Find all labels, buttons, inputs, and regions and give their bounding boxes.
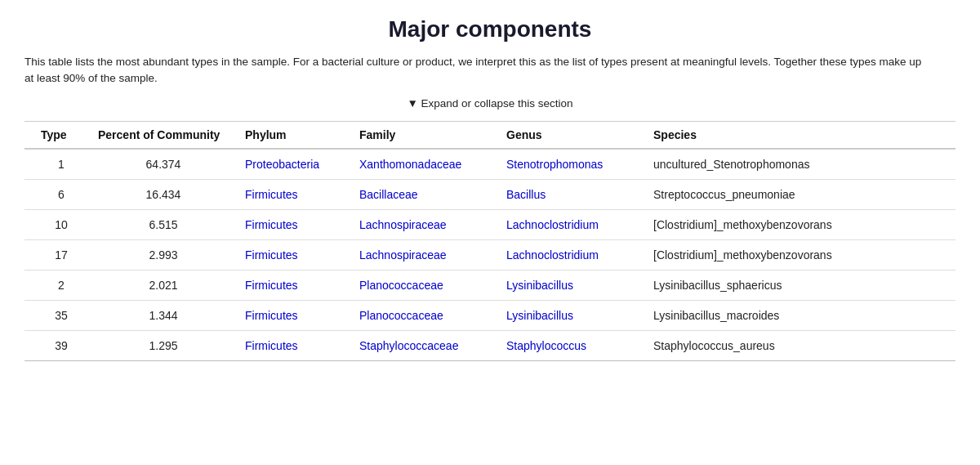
cell-type: 35: [24, 300, 90, 330]
table-row: 106.515FirmicutesLachnospiraceaeLachnocl…: [24, 209, 956, 239]
cell-family[interactable]: Staphylococcaceae: [351, 330, 498, 360]
cell-species: Staphylococcus_aureus: [645, 330, 956, 360]
family-link[interactable]: Bacillaceae: [359, 188, 418, 201]
cell-phylum[interactable]: Firmicutes: [237, 270, 351, 300]
table-body: 164.374ProteobacteriaXanthomonadaceaeSte…: [24, 149, 956, 361]
cell-family[interactable]: Lachnospiraceae: [351, 209, 498, 239]
phylum-link[interactable]: Firmicutes: [245, 218, 298, 231]
phylum-link[interactable]: Firmicutes: [245, 248, 298, 262]
col-percent: Percent of Community: [90, 121, 237, 149]
major-components-table: Type Percent of Community Phylum Family …: [24, 121, 956, 361]
col-family: Family: [351, 121, 498, 149]
phylum-link[interactable]: Firmicutes: [245, 339, 298, 352]
family-link[interactable]: Planococcaceae: [359, 279, 443, 292]
genus-link[interactable]: Bacillus: [506, 188, 546, 201]
cell-genus[interactable]: Staphylococcus: [498, 330, 645, 360]
table-header: Type Percent of Community Phylum Family …: [24, 121, 956, 149]
cell-percent: 1.344: [90, 300, 237, 330]
cell-species: uncultured_Stenotrophomonas: [645, 149, 956, 180]
col-genus: Genus: [498, 121, 645, 149]
cell-type: 17: [24, 239, 90, 270]
cell-family[interactable]: Lachnospiraceae: [351, 239, 498, 270]
table-row: 164.374ProteobacteriaXanthomonadaceaeSte…: [24, 149, 956, 180]
cell-family[interactable]: Planococcaceae: [351, 300, 498, 330]
col-species: Species: [645, 121, 956, 149]
phylum-link[interactable]: Firmicutes: [245, 188, 298, 201]
table-row: 391.295FirmicutesStaphylococcaceaeStaphy…: [24, 330, 956, 360]
cell-phylum[interactable]: Proteobacteria: [237, 149, 351, 180]
phylum-link[interactable]: Firmicutes: [245, 279, 298, 292]
cell-type: 10: [24, 209, 90, 239]
cell-type: 2: [24, 270, 90, 300]
cell-type: 6: [24, 179, 90, 209]
genus-link[interactable]: Staphylococcus: [506, 339, 586, 352]
expand-collapse-toggle[interactable]: ▼ Expand or collapse this section: [24, 97, 956, 110]
cell-type: 1: [24, 149, 90, 180]
cell-family[interactable]: Bacillaceae: [351, 179, 498, 209]
cell-phylum[interactable]: Firmicutes: [237, 239, 351, 270]
page-title: Major components: [24, 16, 956, 42]
table-row: 351.344FirmicutesPlanococcaceaeLysinibac…: [24, 300, 956, 330]
genus-link[interactable]: Lysinibacillus: [506, 309, 573, 322]
cell-genus[interactable]: Lysinibacillus: [498, 270, 645, 300]
genus-link[interactable]: Lachnoclostridium: [506, 248, 599, 262]
cell-family[interactable]: Planococcaceae: [351, 270, 498, 300]
cell-genus[interactable]: Lachnoclostridium: [498, 209, 645, 239]
cell-genus[interactable]: Lachnoclostridium: [498, 239, 645, 270]
family-link[interactable]: Lachnospiraceae: [359, 218, 447, 231]
cell-genus[interactable]: Lysinibacillus: [498, 300, 645, 330]
family-link[interactable]: Lachnospiraceae: [359, 248, 447, 262]
cell-type: 39: [24, 330, 90, 360]
page-description: This table lists the most abundant types…: [24, 54, 923, 87]
cell-species: [Clostridium]_methoxybenzovorans: [645, 209, 956, 239]
family-link[interactable]: Planococcaceae: [359, 309, 443, 322]
cell-phylum[interactable]: Firmicutes: [237, 300, 351, 330]
cell-percent: 2.993: [90, 239, 237, 270]
cell-phylum[interactable]: Firmicutes: [237, 330, 351, 360]
col-type: Type: [24, 121, 90, 149]
genus-link[interactable]: Stenotrophomonas: [506, 158, 603, 171]
family-link[interactable]: Staphylococcaceae: [359, 339, 458, 352]
cell-percent: 16.434: [90, 179, 237, 209]
phylum-link[interactable]: Firmicutes: [245, 309, 298, 322]
col-phylum: Phylum: [237, 121, 351, 149]
family-link[interactable]: Xanthomonadaceae: [359, 158, 461, 171]
cell-genus[interactable]: Stenotrophomonas: [498, 149, 645, 180]
genus-link[interactable]: Lysinibacillus: [506, 279, 573, 292]
cell-family[interactable]: Xanthomonadaceae: [351, 149, 498, 180]
cell-species: Lysinibacillus_macroides: [645, 300, 956, 330]
cell-percent: 6.515: [90, 209, 237, 239]
header-row: Type Percent of Community Phylum Family …: [24, 121, 956, 149]
cell-genus[interactable]: Bacillus: [498, 179, 645, 209]
table-row: 616.434FirmicutesBacillaceaeBacillusStre…: [24, 179, 956, 209]
phylum-link[interactable]: Proteobacteria: [245, 158, 319, 171]
table-row: 22.021FirmicutesPlanococcaceaeLysinibaci…: [24, 270, 956, 300]
cell-percent: 64.374: [90, 149, 237, 180]
cell-percent: 2.021: [90, 270, 237, 300]
cell-phylum[interactable]: Firmicutes: [237, 179, 351, 209]
cell-percent: 1.295: [90, 330, 237, 360]
table-row: 172.993FirmicutesLachnospiraceaeLachnocl…: [24, 239, 956, 270]
cell-phylum[interactable]: Firmicutes: [237, 209, 351, 239]
genus-link[interactable]: Lachnoclostridium: [506, 218, 599, 231]
cell-species: Lysinibacillus_sphaericus: [645, 270, 956, 300]
cell-species: Streptococcus_pneumoniae: [645, 179, 956, 209]
cell-species: [Clostridium]_methoxybenzovorans: [645, 239, 956, 270]
